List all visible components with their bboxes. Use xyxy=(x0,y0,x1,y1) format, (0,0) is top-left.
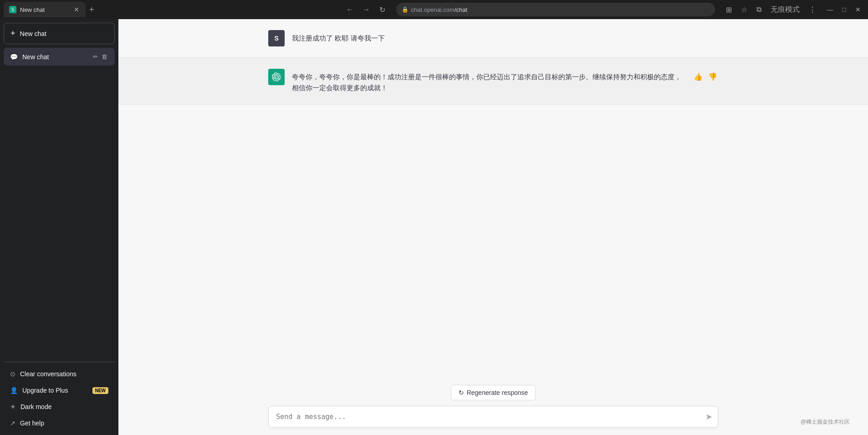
new-chat-label: New chat xyxy=(20,30,46,37)
send-button[interactable]: ➤ xyxy=(705,412,712,422)
clear-icon: ⊙ xyxy=(10,370,15,378)
browser-actions: ⊞ ☆ ⧉ 无痕模式 ⋮ xyxy=(722,3,820,16)
get-help-button[interactable]: ↗ Get help xyxy=(4,415,115,431)
bot-avatar xyxy=(268,69,285,85)
upgrade-label: Upgrade to Plus xyxy=(22,387,68,394)
get-help-icon: ↗ xyxy=(10,420,15,427)
address-text: chat.openai.com/chat xyxy=(411,6,710,13)
user-message-text: 我注册成功了 欧耶 请夸我一下 xyxy=(292,30,384,44)
clear-conversations-label: Clear conversations xyxy=(20,370,77,378)
sidebar-bottom: ⊙ Clear conversations 👤 Upgrade to Plus … xyxy=(4,362,115,431)
regenerate-icon: ↻ xyxy=(459,389,464,396)
sidebar: + New chat 💬 New chat ✏ 🗑 ⊙ Clear conver… xyxy=(0,19,118,435)
app-container: + New chat 💬 New chat ✏ 🗑 ⊙ Clear conver… xyxy=(0,19,868,435)
delete-icon[interactable]: 🗑 xyxy=(101,52,108,61)
tab-title: New chat xyxy=(20,6,69,13)
thumbs-up-button[interactable]: 👍 xyxy=(693,72,704,82)
sidebar-chat-item[interactable]: 💬 New chat ✏ 🗑 xyxy=(4,48,115,66)
refresh-button[interactable]: ↻ xyxy=(376,4,389,16)
dark-mode-label: Dark mode xyxy=(20,403,51,410)
message-input-wrapper: ➤ xyxy=(268,406,718,428)
regenerate-label: Regenerate response xyxy=(467,389,528,396)
active-tab[interactable]: S New chat ✕ xyxy=(4,2,86,17)
chat-area: S 我注册成功了 欧耶 请夸我一下 夸夸你，夸夸你，你是最棒的！成功注册是一件很… xyxy=(118,19,868,435)
regenerate-btn-container: ↻ Regenerate response xyxy=(268,385,718,400)
get-help-label: Get help xyxy=(20,420,44,427)
thumbs-down-button[interactable]: 👎 xyxy=(707,72,718,82)
tab-close-button[interactable]: ✕ xyxy=(73,5,80,14)
messages-container: S 我注册成功了 欧耶 请夸我一下 夸夸你，夸夸你，你是最棒的！成功注册是一件很… xyxy=(118,19,868,378)
split-view-button[interactable]: ⧉ xyxy=(753,4,765,15)
user-avatar: S xyxy=(268,30,285,46)
chat-icon: 💬 xyxy=(10,53,18,61)
edit-icon[interactable]: ✏ xyxy=(92,52,99,61)
profile-label: 无痕模式 xyxy=(771,5,800,13)
upgrade-to-plus-button[interactable]: 👤 Upgrade to Plus NEW xyxy=(4,382,115,399)
tab-favicon: S xyxy=(9,6,16,13)
forward-button[interactable]: → xyxy=(359,4,374,15)
input-area: ↻ Regenerate response ➤ xyxy=(118,378,868,435)
clear-conversations-button[interactable]: ⊙ Clear conversations xyxy=(4,366,115,382)
browser-controls: ← → ↻ xyxy=(343,4,389,16)
regenerate-button[interactable]: ↻ Regenerate response xyxy=(451,385,536,400)
profile-button[interactable]: 无痕模式 xyxy=(767,3,803,16)
tab-bar: S New chat ✕ + xyxy=(4,0,339,19)
address-domain: chat.openai.com xyxy=(411,6,454,13)
translate-button[interactable]: ⊞ xyxy=(722,4,735,16)
minimize-button[interactable]: — xyxy=(823,4,837,15)
bookmark-button[interactable]: ☆ xyxy=(737,4,751,16)
plus-icon: + xyxy=(10,29,15,38)
new-chat-button[interactable]: + New chat xyxy=(4,23,115,44)
browser-chrome: S New chat ✕ + ← → ↻ 🔒 chat.openai.com/c… xyxy=(0,0,868,19)
message-feedback: 👍 👎 xyxy=(693,69,718,82)
window-controls: — □ ✕ xyxy=(823,4,864,15)
chat-item-label: New chat xyxy=(22,53,87,61)
maximize-button[interactable]: □ xyxy=(839,4,850,15)
address-path: /chat xyxy=(454,6,467,13)
new-badge: NEW xyxy=(92,387,108,394)
message-input[interactable] xyxy=(276,412,696,422)
bot-message-text: 夸夸你，夸夸你，你是最棒的！成功注册是一件很棒的事情，你已经迈出了追求自己目标的… xyxy=(292,69,685,93)
lock-icon: 🔒 xyxy=(402,6,408,13)
chat-item-actions: ✏ 🗑 xyxy=(92,52,108,61)
new-tab-button[interactable]: + xyxy=(86,3,98,16)
dark-mode-icon: ☀ xyxy=(10,403,16,410)
back-button[interactable]: ← xyxy=(343,4,357,15)
address-bar[interactable]: 🔒 chat.openai.com/chat xyxy=(396,3,715,16)
bot-message: 夸夸你，夸夸你，你是最棒的！成功注册是一件很棒的事情，你已经迈出了追求自己目标的… xyxy=(118,57,868,105)
user-message: S 我注册成功了 欧耶 请夸我一下 xyxy=(118,19,868,57)
watermark: @稀土掘金技术社区 xyxy=(801,418,850,426)
send-icon: ➤ xyxy=(705,412,712,421)
menu-button[interactable]: ⋮ xyxy=(805,4,820,16)
close-button[interactable]: ✕ xyxy=(852,4,864,15)
dark-mode-button[interactable]: ☀ Dark mode xyxy=(4,399,115,415)
upgrade-icon: 👤 xyxy=(10,387,18,394)
openai-logo-icon xyxy=(272,72,281,82)
sidebar-spacer xyxy=(4,66,115,362)
